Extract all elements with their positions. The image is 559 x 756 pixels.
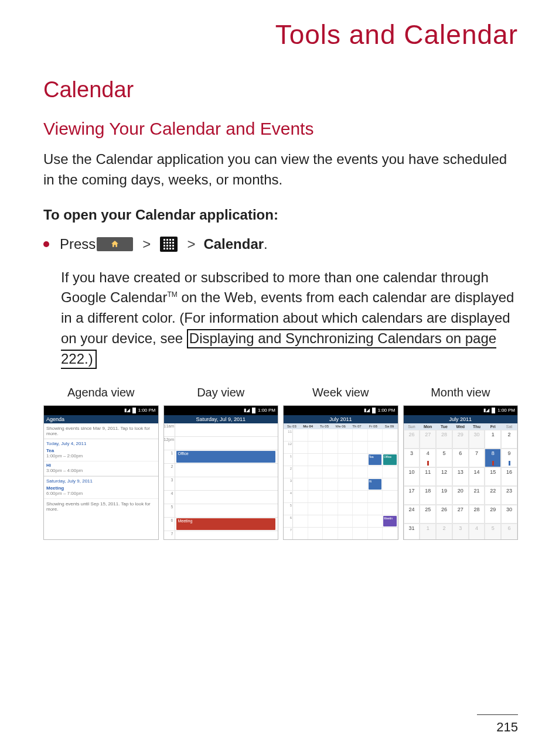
month-day-cell[interactable]: 1 [485,430,501,449]
status-time: 1:00 PM [258,408,275,413]
month-day-cell[interactable]: 29 [485,505,501,524]
month-day-cell[interactable]: 15 [485,467,501,486]
month-day-cell[interactable]: 5 [436,449,452,467]
status-bar: ▮◢ 1:00 PM [404,406,518,415]
intro-paragraph: Use the Calendar application you can vie… [43,149,518,190]
step-heading: To open your Calendar application: [43,207,518,223]
month-day-cell[interactable]: 2 [501,430,517,449]
month-dow-header: Thu [469,423,485,430]
month-day-cell[interactable]: 24 [404,505,420,524]
day-event-office[interactable]: Office [176,451,276,463]
day-view-label: Day view [163,386,279,399]
status-bar: ▮◢ 1:00 PM [44,406,158,415]
calendar-label: Calendar [203,236,264,252]
agenda-event[interactable]: Meeting6:00pm – 7:00pm [44,484,158,499]
agenda-note-top[interactable]: Showing events since Mar 9, 2011. Tap to… [44,423,158,439]
month-titlebar: July 2011 [404,415,518,423]
agenda-day-label: Today, July 4, 2011 [44,439,158,447]
multi-calendar-paragraph: If you have created or subscribed to mor… [61,268,518,370]
week-day-header: Th 07 [349,423,365,429]
month-day-cell[interactable]: 1 [420,524,436,540]
month-day-cell[interactable]: 29 [452,430,469,449]
signal-icon: ▮◢ [364,408,370,413]
status-time: 1:00 PM [378,408,396,413]
month-day-cell[interactable]: 30 [469,430,485,449]
month-day-cell[interactable]: 17 [404,486,420,505]
week-event-meeting[interactable]: Meetin [383,516,397,526]
month-day-cell[interactable]: 13 [452,467,469,486]
day-view-column: Day view ▮◢ 1:00 PM Saturday, Jul 9, 201… [161,386,281,540]
month-view-column: Month view ▮◢ 1:00 PM July 2011 SunMonTu… [401,386,521,540]
month-day-cell[interactable]: 26 [404,430,420,449]
day-event-meeting[interactable]: Meeting [176,518,276,530]
battery-icon [492,408,495,413]
month-day-cell[interactable]: 10 [404,467,420,486]
month-day-cell[interactable]: 3 [452,524,469,540]
agenda-titlebar: Agenda [44,415,158,423]
month-day-cell[interactable]: 8 [485,449,501,467]
week-event-tea[interactable]: Tea [369,454,382,465]
month-day-cell[interactable]: 21 [469,486,485,505]
agenda-event[interactable]: Tea1:00pm – 2:00pm [44,447,158,461]
week-day-header: Mo 04 [300,423,316,429]
month-day-cell[interactable]: 23 [501,486,517,505]
agenda-note-bottom[interactable]: Showing events until Sep 15, 2011. Tap t… [44,499,158,514]
week-day-header: Sa 09 [381,423,398,429]
month-day-cell[interactable]: 14 [469,467,485,486]
signal-icon: ▮◢ [483,408,489,413]
month-dow-header: Tue [436,423,452,430]
status-bar: ▮◢ 1:00 PM [164,406,278,415]
month-day-cell[interactable]: 12 [436,467,452,486]
agenda-view-column: Agenda view ▮◢ 1:00 PM Agenda Showing ev… [41,386,161,540]
month-day-cell[interactable]: 30 [501,505,517,524]
month-day-cell[interactable]: 18 [420,486,436,505]
separator: > [187,236,195,252]
battery-icon [252,408,255,413]
month-day-cell[interactable]: 5 [485,524,501,540]
month-dow-header: Mon [420,423,436,430]
month-day-cell[interactable]: 31 [404,524,420,540]
status-time: 1:00 PM [138,408,156,413]
month-day-cell[interactable]: 3 [404,449,420,467]
month-day-cell[interactable]: 4 [420,449,436,467]
status-time: 1:00 PM [497,408,515,413]
signal-icon: ▮◢ [124,408,130,413]
month-day-cell[interactable]: 9 [501,449,517,467]
month-day-cell[interactable]: 26 [436,505,452,524]
week-event-office[interactable]: Office [383,454,397,465]
week-view-column: Week view ▮◢ 1:00 PM July 2011 Su 03Mo 0… [281,386,401,540]
month-day-cell[interactable]: 22 [485,486,501,505]
month-day-cell[interactable]: 28 [436,430,452,449]
month-day-cell[interactable]: 19 [436,486,452,505]
month-day-cell[interactable]: 28 [469,505,485,524]
month-day-cell[interactable]: 27 [420,430,436,449]
status-bar: ▮◢ 1:00 PM [284,406,398,415]
section-heading-calendar: Calendar [43,77,518,102]
month-day-cell[interactable]: 27 [452,505,469,524]
month-day-cell[interactable]: 6 [452,449,469,467]
agenda-event[interactable]: Hi3:00pm – 4:00pm [44,461,158,476]
month-day-cell[interactable]: 7 [469,449,485,467]
page-number: 215 [477,714,518,735]
day-screenshot: ▮◢ 1:00 PM Saturday, Jul 9, 2011 11am12p… [163,405,279,540]
month-day-cell[interactable]: 4 [469,524,485,540]
month-day-cell[interactable]: 2 [436,524,452,540]
day-titlebar: Saturday, Jul 9, 2011 [164,415,278,423]
signal-icon: ▮◢ [244,408,250,413]
agenda-screenshot: ▮◢ 1:00 PM Agenda Showing events since M… [43,405,159,540]
week-screenshot: ▮◢ 1:00 PM July 2011 Su 03Mo 04Tu 05We 0… [283,405,398,540]
week-event-hi[interactable]: Hi [369,479,382,490]
month-day-cell[interactable]: 6 [501,524,517,540]
week-day-header: Su 03 [284,423,300,429]
month-day-cell[interactable]: 11 [420,467,436,486]
apps-key-icon [160,237,178,252]
week-day-header: Tu 05 [316,423,333,429]
month-day-cell[interactable]: 25 [420,505,436,524]
agenda-day-label: Saturday, July 9, 2011 [44,476,158,484]
month-dow-header: Sun [404,423,420,430]
month-day-cell[interactable]: 16 [501,467,517,486]
press-instruction: Press > > Calendar. [43,236,518,252]
month-day-cell[interactable]: 20 [452,486,469,505]
manual-page: Tools and Calendar Calendar Viewing Your… [0,0,559,756]
agenda-view-label: Agenda view [43,386,159,399]
